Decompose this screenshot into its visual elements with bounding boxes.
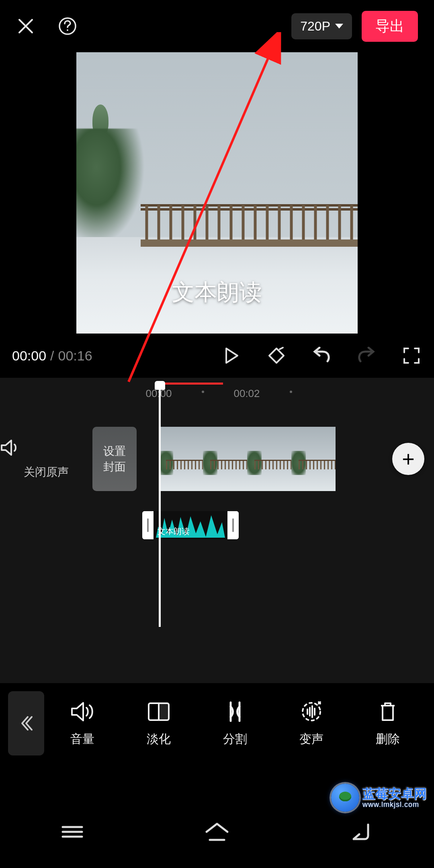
ruler-dot [290,391,292,393]
playhead[interactable] [159,382,161,627]
fullscreen-button[interactable] [401,345,422,366]
tool-fade[interactable]: 淡化 [147,700,171,747]
redo-button[interactable] [356,345,377,366]
nav-back[interactable] [346,820,378,844]
svg-rect-7 [159,703,169,720]
mute-original-audio[interactable]: 关闭原声 [0,438,92,480]
undo-button[interactable] [311,345,332,366]
close-icon[interactable] [16,16,35,36]
total-duration: 00:16 [58,348,92,364]
tool-volume[interactable]: 音量 [70,700,94,747]
delete-icon [376,700,400,724]
tool-voice-change[interactable]: 变声 [299,700,323,747]
chevron-down-icon [335,24,343,29]
export-button[interactable]: 导出 [362,11,418,42]
play-button[interactable] [221,345,242,366]
voice-change-icon [299,700,323,724]
ruler-dot [202,391,204,393]
svg-point-3 [67,29,68,31]
tool-delete[interactable]: 删除 [376,700,400,747]
set-cover-button[interactable]: 设置封面 [92,427,137,491]
tool-split[interactable]: 分割 [223,700,247,747]
mute-label: 关闭原声 [0,465,92,480]
timeline-ruler[interactable]: 00:00 00:02 [0,382,434,403]
volume-icon [70,700,94,724]
nav-home[interactable] [201,820,233,844]
svg-line-4 [280,348,283,349]
resolution-button[interactable]: 720P [291,13,352,39]
video-preview[interactable]: 文本朗读 [76,52,358,334]
add-clip-button[interactable]: + [392,443,424,475]
preview-overlay-text: 文本朗读 [76,277,358,308]
nav-recent[interactable] [56,820,88,844]
split-icon [223,700,247,724]
timeline-marker-line [159,383,223,385]
time-separator: / [50,348,54,364]
back-button[interactable] [8,691,44,755]
clip-handle-left[interactable] [142,511,154,539]
clip-handle-right[interactable] [227,511,239,539]
help-icon[interactable] [58,16,77,36]
resolution-label: 720P [300,19,330,34]
audio-clip[interactable]: 文本朗读 [142,511,239,539]
fade-icon [147,700,171,724]
audio-clip-label: 文本朗读 [158,526,190,537]
keyframe-button[interactable] [266,345,287,366]
ruler-tick: 00:02 [233,387,260,400]
current-time: 00:00 [12,348,46,364]
